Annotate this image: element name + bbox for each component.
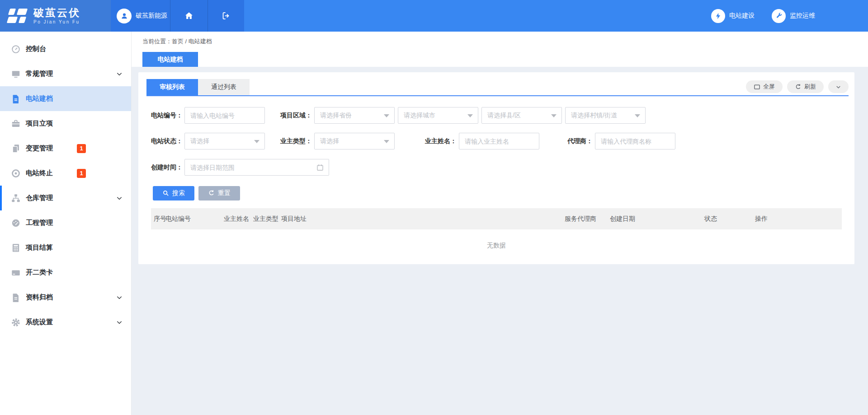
- reset-button[interactable]: 重置: [198, 186, 240, 201]
- table-column-header: 操作: [755, 208, 768, 229]
- sidebar-item-general-management[interactable]: 常规管理: [0, 61, 131, 86]
- chevron-down-icon: [835, 84, 842, 90]
- table-column-header: 电站编号: [165, 208, 191, 229]
- date-range-input[interactable]: [184, 159, 329, 176]
- select-caret-icon: [254, 140, 259, 143]
- table-column-header: 业主类型: [253, 208, 278, 229]
- briefcase-icon: [11, 119, 21, 129]
- fullscreen-icon: [754, 84, 760, 90]
- sidebar-item-label: 仓库管理: [26, 194, 53, 202]
- filter-row-2: 电站状态： 请选择 业主类型： 请选择 业主姓名： 代理商：: [151, 133, 842, 149]
- station-status-select[interactable]: 请选择: [184, 133, 265, 149]
- select-caret-icon: [551, 114, 557, 117]
- filter-row-1: 电站编号： 项目区域： 请选择省份请选择城市请选择县/区请选择村镇/街道: [151, 107, 842, 124]
- dashboard-icon: [11, 44, 21, 54]
- collapse-button[interactable]: [828, 80, 849, 93]
- fullscreen-button[interactable]: 全屏: [746, 80, 783, 93]
- nav-monitoring-ops[interactable]: 监控运维: [772, 9, 815, 23]
- sidebar-item-label: 系统设置: [26, 318, 53, 326]
- agent-label: 代理商：: [539, 137, 593, 145]
- company-name: 破茧新能源: [136, 12, 167, 20]
- owner-type-select[interactable]: 请选择: [314, 133, 395, 149]
- notification-badge: 1: [77, 144, 86, 153]
- calculator-icon: [11, 243, 21, 253]
- station-status-label: 电站状态：: [151, 137, 182, 145]
- content-panel: 审核列表 通过列表 全屏 刷新: [138, 72, 854, 264]
- chevron-down-icon: [116, 319, 123, 326]
- table-column-header: 序号: [154, 208, 166, 229]
- panel-toolbar: 全屏 刷新: [746, 80, 849, 93]
- sidebar-item-station-archive[interactable]: 电站建档: [0, 86, 131, 111]
- select-placeholder: 请选择城市: [404, 112, 435, 120]
- filter-actions: 搜索 重置: [151, 185, 842, 201]
- header-user-section: 破茧新能源: [111, 0, 244, 32]
- home-button[interactable]: [170, 0, 208, 32]
- agent-input[interactable]: [595, 133, 675, 149]
- tab-passed-list[interactable]: 通过列表: [198, 79, 250, 95]
- main-area: 当前位置：首页 / 电站建档 电站建档 审核列表 通过列表 全屏 刷新: [132, 32, 868, 415]
- reset-label: 重置: [218, 189, 231, 197]
- filter-row-3: 创建时间：: [151, 159, 842, 176]
- select-caret-icon: [384, 114, 389, 117]
- avatar: [117, 9, 132, 23]
- sidebar-item-data-archive[interactable]: 资料归档: [0, 285, 131, 310]
- table-empty-state: 无数据: [151, 229, 842, 262]
- search-label: 搜索: [172, 189, 185, 197]
- brand-subtitle: Po Jian Yun Fu: [33, 19, 80, 24]
- copy-icon: [11, 144, 21, 154]
- sidebar-item-label: 项目结算: [26, 243, 53, 252]
- region-province-select[interactable]: 请选择省份: [314, 107, 395, 124]
- logout-icon: [221, 11, 231, 21]
- sidebar-item-change-management[interactable]: 变更管理1: [0, 136, 131, 161]
- filter-form: 电站编号： 项目区域： 请选择省份请选择城市请选择县/区请选择村镇/街道 电站状…: [151, 107, 842, 185]
- page-tab-station-archive[interactable]: 电站建档: [142, 52, 198, 67]
- owner-type-label: 业主类型：: [268, 137, 312, 145]
- sidebar-item-label: 电站终止: [26, 169, 53, 177]
- sidebar-item-console[interactable]: 控制台: [0, 37, 131, 61]
- sidebar-item-project-settlement[interactable]: 项目结算: [0, 235, 131, 260]
- select-placeholder: 请选择县/区: [487, 112, 521, 120]
- sidebar-item-warehouse-management[interactable]: 仓库管理: [0, 186, 131, 210]
- breadcrumb: 当前位置：首页 / 电站建档: [142, 37, 212, 46]
- nav-station-construction[interactable]: 电站建设: [711, 9, 755, 23]
- sidebar-item-open-class2-card[interactable]: 开二类卡: [0, 260, 131, 285]
- refresh-label: 刷新: [804, 83, 816, 91]
- select-placeholder: 请选择: [190, 137, 209, 145]
- chevron-down-icon: [116, 70, 123, 78]
- refresh-icon: [795, 84, 802, 90]
- table-column-header: 项目地址: [281, 208, 307, 229]
- region-county-select[interactable]: 请选择县/区: [481, 107, 562, 124]
- station-no-input[interactable]: [184, 107, 265, 124]
- owner-name-label: 业主姓名：: [398, 137, 457, 145]
- sidebar-item-engineering-management[interactable]: 工程管理: [0, 210, 131, 235]
- user-profile[interactable]: 破茧新能源: [111, 0, 170, 32]
- refresh-button[interactable]: 刷新: [787, 80, 824, 93]
- owner-name-input[interactable]: [459, 133, 539, 149]
- select-caret-icon: [635, 114, 640, 117]
- sidebar-item-label: 开二类卡: [26, 268, 53, 277]
- sidebar-item-system-settings[interactable]: 系统设置: [0, 310, 131, 335]
- sidebar: 控制台常规管理电站建档项目立项变更管理1电站终止1仓库管理工程管理项目结算开二类…: [0, 32, 132, 415]
- wrench-icon: [772, 9, 786, 23]
- select-caret-icon: [467, 114, 473, 117]
- create-time-label: 创建时间：: [151, 163, 182, 172]
- header-right-nav: 电站建设 监控运维: [244, 0, 868, 32]
- target-icon: [11, 168, 21, 178]
- select-placeholder: 请选择村镇/街道: [571, 112, 617, 120]
- file-icon: [11, 293, 21, 303]
- region-village-select[interactable]: 请选择村镇/街道: [565, 107, 646, 124]
- breadcrumb-band: 当前位置：首页 / 电站建档 电站建档: [132, 32, 868, 67]
- table-column-header: 服务代理商: [565, 208, 596, 229]
- gear-icon: [11, 317, 21, 327]
- table-column-header: 创建日期: [610, 208, 635, 229]
- sidebar-item-project-initiation[interactable]: 项目立项: [0, 111, 131, 136]
- table-column-header: 状态: [704, 208, 717, 229]
- sidebar-item-station-termination[interactable]: 电站终止1: [0, 161, 131, 186]
- chevron-down-icon: [116, 294, 123, 301]
- home-icon: [184, 11, 194, 21]
- search-button[interactable]: 搜索: [153, 186, 194, 201]
- logout-button[interactable]: [208, 0, 244, 32]
- region-city-select[interactable]: 请选择城市: [398, 107, 478, 124]
- nav-label: 电站建设: [729, 12, 755, 20]
- tab-review-list[interactable]: 审核列表: [146, 79, 198, 95]
